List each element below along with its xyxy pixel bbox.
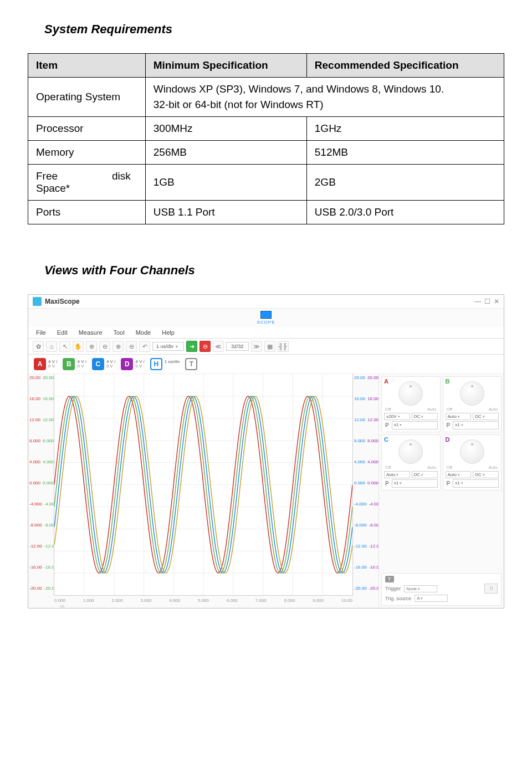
menu-file[interactable]: File xyxy=(36,327,57,338)
zoom-in-button[interactable]: ⊕ xyxy=(86,341,97,352)
waveform-plot[interactable]: 0.0001.0002.0003.0004.0005.0006.0007.000… xyxy=(54,374,353,596)
buffer-next-button[interactable]: ≫ xyxy=(251,341,262,352)
table-row: Processor 300MHz 1GHz xyxy=(28,117,504,141)
toolbar: ✿ ⌂ ↖ ✋ ⊕ ⊖ ⊕ ⊖ ↶ 1 us/div ➜ ⊖ ≪ 32/32 ≫… xyxy=(28,339,504,355)
timebase-select[interactable]: 1 us/div xyxy=(152,342,184,351)
probe-select[interactable]: x1 xyxy=(453,421,499,429)
close-button[interactable]: ✕ xyxy=(494,298,499,305)
menu-mode[interactable]: Mode xyxy=(136,327,162,338)
channel-b[interactable]: B 4 V /0 V xyxy=(63,358,86,370)
section-heading-views: Views with Four Channels xyxy=(44,263,504,278)
cell-disk-min: 1GB xyxy=(145,165,306,201)
coupling-select[interactable]: DC xyxy=(473,413,499,420)
channel-controls-panel: A OffAuto ±20VDC Px1 B OffAuto AutoDC Px… xyxy=(378,374,504,608)
dial-icon[interactable] xyxy=(398,439,423,464)
menu-bar: File Edit Measure Tool Mode Help xyxy=(28,327,504,339)
cell-disk-rec: 2GB xyxy=(306,165,504,201)
probe-select[interactable]: x1 xyxy=(453,479,499,488)
section-heading-requirements: System Requirements xyxy=(44,22,504,37)
trigger-source-label: Trig. source xyxy=(385,596,411,601)
zoom-out-button[interactable]: ⊖ xyxy=(99,341,110,352)
cell-ports-label: Ports xyxy=(28,201,146,224)
trigger-label: Trigger xyxy=(385,586,401,591)
th-rec-spec: Recommended Specification xyxy=(306,54,504,78)
zoom-in-region-button[interactable]: ⊕ xyxy=(112,341,124,352)
undo-button[interactable]: ↶ xyxy=(139,341,150,352)
work-area: 20.0020.0016.0016.0012.0012.008.0008.000… xyxy=(28,374,504,608)
maxiscope-window: MaxiScope — ☐ ✕ SCOPE File Edit Measure … xyxy=(28,294,504,608)
range-select[interactable]: Auto xyxy=(384,471,410,478)
trigger-source-select[interactable]: A xyxy=(415,595,448,602)
channel-d-knob[interactable]: D OffAuto AutoDC Px1 xyxy=(443,434,502,490)
pan-button[interactable]: ✋ xyxy=(73,341,84,352)
trigger-mode-select[interactable]: None xyxy=(404,585,437,592)
channel-bar: A 4 V /0 V B 4 V /0 V C 4 V /0 V D 4 V /… xyxy=(28,355,504,374)
y-axis-right: 20.0020.0016.0016.0012.0012.008.0008.000… xyxy=(353,374,378,608)
cell-ports-rec: USB 2.0/3.0 Port xyxy=(306,201,504,224)
coupling-select[interactable]: DC xyxy=(473,471,499,478)
home-button[interactable]: ⌂ xyxy=(46,341,57,352)
buffer-counter: 32/32 xyxy=(226,342,249,351)
probe-select[interactable]: x1 xyxy=(392,479,438,488)
cell-memory-rec: 512MB xyxy=(306,141,504,165)
scope-label: SCOPE xyxy=(257,320,275,325)
channel-c[interactable]: C 4 V /0 V xyxy=(92,358,115,370)
channel-c-chip: C xyxy=(92,358,104,370)
x-axis: 0.0001.0002.0003.0004.0005.0006.0007.000… xyxy=(54,598,352,603)
dial-icon[interactable] xyxy=(460,439,484,464)
dial-icon[interactable] xyxy=(460,381,484,406)
dial-icon[interactable] xyxy=(398,381,423,406)
window-title: MaxiScope xyxy=(45,298,80,305)
settings-button[interactable]: ✿ xyxy=(33,341,44,352)
cell-disk-label: Freedisk Space* xyxy=(28,165,146,201)
table-row: Freedisk Space* 1GB 2GB xyxy=(28,165,504,201)
coupling-select[interactable]: DC xyxy=(412,471,438,478)
trigger-channel[interactable]: T xyxy=(185,358,197,370)
cell-os-value: Windows XP (SP3), Windows 7, and Windows… xyxy=(145,78,504,117)
h-chip: H xyxy=(150,358,162,370)
coupling-select[interactable]: DC xyxy=(412,413,438,420)
waveform-button[interactable]: ╢╟ xyxy=(278,341,289,352)
channel-a[interactable]: A 4 V /0 V xyxy=(34,358,57,370)
cell-os-label: Operating System xyxy=(28,78,146,117)
zoom-out-region-button[interactable]: ⊖ xyxy=(126,341,137,352)
os-line1: Windows XP (SP3), Windows 7, and Windows… xyxy=(154,83,496,95)
h-channel[interactable]: H 1 us/div xyxy=(150,358,180,370)
buffer-prev-button[interactable]: ≪ xyxy=(213,341,224,352)
stop-button[interactable]: ⊖ xyxy=(200,341,211,352)
cell-ports-min: USB 1.1 Port xyxy=(145,201,306,224)
table-row: Ports USB 1.1 Port USB 2.0/3.0 Port xyxy=(28,201,504,224)
channel-b-knob[interactable]: B OffAuto AutoDC Px1 xyxy=(443,376,502,432)
th-item: Item xyxy=(28,54,146,78)
requirements-table: Item Minimum Specification Recommended S… xyxy=(28,53,504,224)
range-select[interactable]: Auto xyxy=(446,471,472,478)
app-logo-icon xyxy=(33,297,42,306)
channel-c-knob[interactable]: C OffAuto AutoDC Px1 xyxy=(381,434,441,490)
scope-icon xyxy=(260,311,272,319)
range-select[interactable]: Auto xyxy=(446,413,472,420)
pointer-button[interactable]: ↖ xyxy=(59,341,70,352)
channel-a-knob[interactable]: A OffAuto ±20VDC Px1 xyxy=(381,376,441,432)
channel-d-chip: D xyxy=(121,358,133,370)
probe-select[interactable]: x1 xyxy=(392,421,438,429)
x-axis-unit: us xyxy=(60,604,64,608)
run-button[interactable]: ➜ xyxy=(186,341,197,352)
cell-processor-rec: 1GHz xyxy=(306,117,504,141)
th-min-spec: Minimum Specification xyxy=(145,54,306,78)
screenshot-button[interactable]: ▦ xyxy=(264,341,275,352)
minimize-button[interactable]: — xyxy=(474,298,481,305)
menu-help[interactable]: Help xyxy=(162,327,186,338)
channel-b-chip: B xyxy=(63,358,75,370)
titlebar: MaxiScope — ☐ ✕ xyxy=(28,295,504,309)
menu-measure[interactable]: Measure xyxy=(79,327,114,338)
trigger-edge-icon[interactable]: ⎍ xyxy=(484,584,498,594)
trigger-panel: T Trigger None ⎍ Trig. source A xyxy=(381,573,502,606)
table-header-row: Item Minimum Specification Recommended S… xyxy=(28,54,504,78)
range-select[interactable]: ±20V xyxy=(384,413,410,420)
maximize-button[interactable]: ☐ xyxy=(484,298,490,305)
menu-edit[interactable]: Edit xyxy=(57,327,79,338)
menu-tool[interactable]: Tool xyxy=(114,327,136,338)
cell-processor-min: 300MHz xyxy=(145,117,306,141)
scope-mode-tab[interactable]: SCOPE xyxy=(28,310,504,326)
channel-d[interactable]: D 4 V /0 V xyxy=(121,358,144,370)
